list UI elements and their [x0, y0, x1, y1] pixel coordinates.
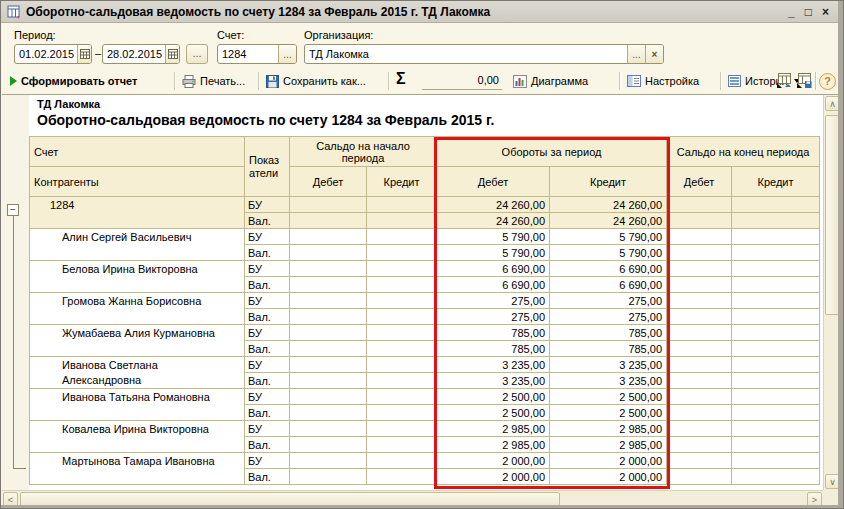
cell-indicator[interactable]: БУ	[245, 197, 290, 213]
cell-end-debit[interactable]	[667, 389, 732, 405]
cell-indicator[interactable]: БУ	[245, 357, 290, 373]
cell-contractor-name[interactable]: Громова Жанна Борисовна	[30, 293, 245, 325]
cell-end-credit[interactable]	[732, 261, 820, 277]
cell-end-credit[interactable]	[732, 453, 820, 469]
cell-indicator[interactable]: БУ	[245, 453, 290, 469]
cell-start-credit[interactable]	[367, 293, 437, 309]
cell-turnover-debit[interactable]: 5 790,00	[437, 245, 550, 261]
cell-indicator[interactable]: БУ	[245, 389, 290, 405]
cell-indicator[interactable]: БУ	[245, 229, 290, 245]
cell-turnover-debit[interactable]: 275,00	[437, 293, 550, 309]
cell-end-credit[interactable]	[732, 421, 820, 437]
cell-end-credit[interactable]	[732, 197, 820, 213]
cell-contractor-name[interactable]: Жумабаева Алия Курмановна	[30, 325, 245, 357]
save-settings-button[interactable]	[796, 72, 812, 90]
cell-start-debit[interactable]	[290, 405, 367, 421]
cell-end-debit[interactable]	[667, 229, 732, 245]
account-value[interactable]: 1284	[218, 45, 278, 63]
diagram-button[interactable]: Диаграмма	[513, 72, 588, 90]
cell-turnover-debit[interactable]: 24 260,00	[437, 213, 550, 229]
period-to-value[interactable]: 28.02.2015	[103, 45, 165, 63]
cell-end-debit[interactable]	[667, 261, 732, 277]
cell-start-debit[interactable]	[290, 277, 367, 293]
open-saved-settings-button[interactable]	[776, 72, 792, 90]
cell-turnover-credit[interactable]: 24 260,00	[550, 213, 667, 229]
period-more-button[interactable]: ...	[186, 44, 208, 64]
cell-start-credit[interactable]	[367, 325, 437, 341]
cell-end-credit[interactable]	[732, 341, 820, 357]
cell-start-debit[interactable]	[290, 229, 367, 245]
cell-turnover-debit[interactable]: 24 260,00	[437, 197, 550, 213]
cell-start-credit[interactable]	[367, 197, 437, 213]
cell-start-debit[interactable]	[290, 309, 367, 325]
cell-turnover-debit[interactable]: 2 000,00	[437, 453, 550, 469]
cell-turnover-debit[interactable]: 275,00	[437, 309, 550, 325]
cell-contractor-name[interactable]: Иванова Светлана Александровна	[30, 357, 245, 389]
cell-start-credit[interactable]	[367, 469, 437, 485]
cell-start-debit[interactable]	[290, 373, 367, 389]
cell-start-debit[interactable]	[290, 245, 367, 261]
cell-end-debit[interactable]	[667, 437, 732, 453]
cell-start-debit[interactable]	[290, 213, 367, 229]
calendar-icon[interactable]	[77, 45, 91, 63]
cell-indicator[interactable]: Вал.	[245, 277, 290, 293]
cell-start-credit[interactable]	[367, 341, 437, 357]
cell-end-debit[interactable]	[667, 325, 732, 341]
maximize-button[interactable]: □	[805, 3, 812, 21]
cell-end-debit[interactable]	[667, 405, 732, 421]
cell-indicator[interactable]: Вал.	[245, 437, 290, 453]
cell-end-debit[interactable]	[667, 469, 732, 485]
cell-start-credit[interactable]	[367, 453, 437, 469]
save-as-button[interactable]: Сохранить как...	[266, 72, 366, 90]
cell-turnover-debit[interactable]: 2 985,00	[437, 421, 550, 437]
cell-end-debit[interactable]	[667, 453, 732, 469]
cell-start-credit[interactable]	[367, 229, 437, 245]
cell-end-credit[interactable]	[732, 405, 820, 421]
cell-start-credit[interactable]	[367, 389, 437, 405]
cell-start-credit[interactable]	[367, 405, 437, 421]
cell-turnover-credit[interactable]: 785,00	[550, 325, 667, 341]
cell-start-credit[interactable]	[367, 213, 437, 229]
cell-end-credit[interactable]	[732, 373, 820, 389]
cell-indicator[interactable]: Вал.	[245, 373, 290, 389]
cell-turnover-debit[interactable]: 3 235,00	[437, 357, 550, 373]
cell-start-credit[interactable]	[367, 437, 437, 453]
cell-start-debit[interactable]	[290, 197, 367, 213]
org-clear-button[interactable]: ×	[645, 45, 663, 63]
cell-end-credit[interactable]	[732, 437, 820, 453]
cell-indicator[interactable]: БУ	[245, 261, 290, 277]
settings-button[interactable]: Настройка	[627, 72, 699, 90]
cell-start-debit[interactable]	[290, 357, 367, 373]
cell-start-credit[interactable]	[367, 277, 437, 293]
cell-end-credit[interactable]	[732, 309, 820, 325]
cell-end-credit[interactable]	[732, 389, 820, 405]
cell-start-credit[interactable]	[367, 373, 437, 389]
cell-contractor-name[interactable]: Мартынова Тамара Ивановна	[30, 453, 245, 485]
period-to-field[interactable]: 28.02.2015	[102, 44, 180, 64]
cell-start-debit[interactable]	[290, 421, 367, 437]
cell-end-credit[interactable]	[732, 293, 820, 309]
cell-contractor-name[interactable]: Иванова Татьяна Романовна	[30, 389, 245, 421]
cell-end-debit[interactable]	[667, 309, 732, 325]
cell-end-credit[interactable]	[732, 325, 820, 341]
cell-start-debit[interactable]	[290, 325, 367, 341]
cell-end-debit[interactable]	[667, 293, 732, 309]
cell-turnover-credit[interactable]: 2 500,00	[550, 405, 667, 421]
cell-turnover-credit[interactable]: 3 235,00	[550, 357, 667, 373]
cell-contractor-name[interactable]: Алин Сергей Васильевич	[30, 229, 245, 261]
cell-indicator[interactable]: Вал.	[245, 469, 290, 485]
cell-turnover-credit[interactable]: 24 260,00	[550, 197, 667, 213]
period-from-field[interactable]: 01.02.2015	[14, 44, 92, 64]
cell-turnover-debit[interactable]: 6 690,00	[437, 277, 550, 293]
cell-start-credit[interactable]	[367, 261, 437, 277]
cell-turnover-credit[interactable]: 6 690,00	[550, 277, 667, 293]
cell-start-credit[interactable]	[367, 357, 437, 373]
cell-end-credit[interactable]	[732, 277, 820, 293]
print-button[interactable]: Печать...	[182, 72, 245, 90]
cell-turnover-debit[interactable]: 6 690,00	[437, 261, 550, 277]
cell-end-debit[interactable]	[667, 197, 732, 213]
cell-end-debit[interactable]	[667, 245, 732, 261]
cell-end-credit[interactable]	[732, 245, 820, 261]
cell-turnover-credit[interactable]: 5 790,00	[550, 245, 667, 261]
cell-turnover-credit[interactable]: 5 790,00	[550, 229, 667, 245]
